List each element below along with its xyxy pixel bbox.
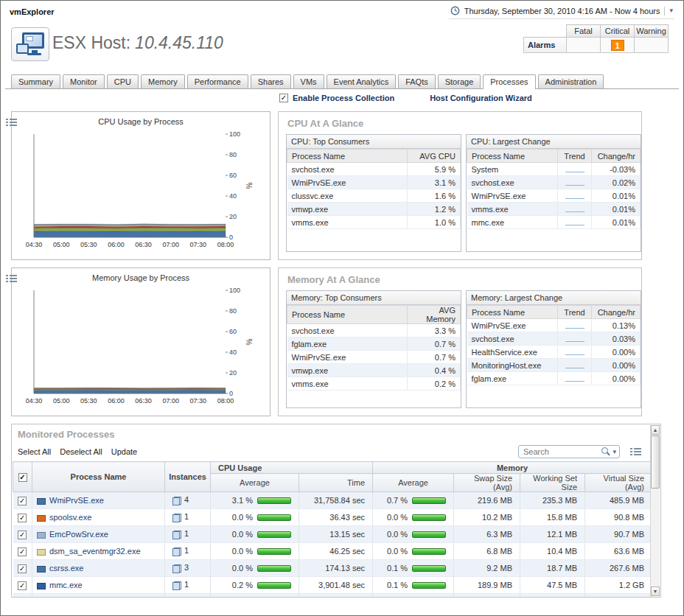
table-row[interactable]: ✓wininit.exe10.0 %0.79 sec0.0 %3.0 MB7.3… — [13, 594, 652, 598]
time-range-control[interactable]: Thursday, September 30, 2010 4:16 AM - N… — [449, 4, 674, 19]
column-header-swap-size[interactable]: Swap Size (Avg) — [454, 474, 520, 492]
alarms-warning-count[interactable] — [635, 38, 669, 53]
tab-summary[interactable]: Summary — [11, 74, 60, 88]
chevron-down-icon[interactable]: ▾ — [669, 7, 673, 14]
virtual-size: 60.1 MB — [585, 594, 652, 598]
column-header[interactable]: Trend — [558, 150, 592, 163]
row-checkbox[interactable]: ✓ — [18, 547, 27, 556]
tab-monitor[interactable]: Monitor — [63, 74, 105, 88]
y-tick-label: 20 — [229, 369, 237, 377]
avg-value: 0.4 % — [408, 364, 461, 377]
tab-event-analytics[interactable]: Event Analytics — [327, 74, 397, 88]
host-configuration-wizard-link[interactable]: Host Configuration Wizard — [430, 94, 532, 102]
process-name: fglam.exe — [467, 372, 558, 385]
update-link[interactable]: Update — [111, 447, 137, 456]
alarms-col-critical: Critical — [601, 25, 635, 38]
y-tick-label: 60 — [229, 328, 237, 335]
column-header-virtual-size[interactable]: Virtual Size (Avg) — [585, 474, 652, 492]
tab-administration[interactable]: Administration — [538, 74, 604, 88]
search-icon[interactable] — [601, 447, 610, 456]
column-header[interactable]: Process Name — [287, 306, 408, 324]
instances-icon — [172, 547, 181, 556]
tab-processes[interactable]: Processes — [483, 74, 535, 89]
table-toolbar: Select All Deselect All Update ▾ — [18, 444, 641, 460]
tab-storage[interactable]: Storage — [438, 74, 481, 88]
alarms-fatal-count[interactable] — [567, 38, 601, 53]
chart-options-icon[interactable] — [6, 118, 17, 127]
table-row[interactable]: ✓spoolsv.exe10.0 %36.43 sec0.0 %10.2 MB1… — [13, 509, 652, 526]
y-tick-label: 80 — [229, 151, 237, 158]
tab-cpu[interactable]: CPU — [107, 74, 139, 88]
select-all-link[interactable]: Select All — [18, 447, 51, 456]
change-per-hour: 0.01% — [592, 216, 641, 229]
process-name: WmiPrvSE.exe — [287, 176, 408, 189]
chart-options-icon[interactable] — [6, 274, 17, 283]
column-header[interactable]: Change/hr — [592, 150, 641, 163]
critical-count-badge[interactable]: 1 — [611, 40, 624, 51]
x-tick-label: 05:30 — [80, 397, 97, 405]
tab-vms[interactable]: VMs — [293, 74, 324, 88]
avg-value: 1.6 % — [408, 189, 461, 203]
change-per-hour: 0.01% — [592, 189, 641, 203]
usage-percent: 0.0 % — [232, 530, 253, 539]
row-checkbox[interactable]: ✓ — [18, 531, 27, 539]
select-all-checkbox[interactable]: ✓ — [18, 473, 27, 482]
avg-value: 1.2 % — [408, 203, 461, 216]
tab-memory[interactable]: Memory — [141, 74, 185, 88]
enable-process-collection-checkbox[interactable]: ✓ — [279, 94, 288, 102]
usage-percent: 0.2 % — [232, 581, 253, 589]
row-checkbox[interactable]: ✓ — [18, 581, 27, 590]
column-header[interactable]: Process Name — [287, 150, 408, 163]
column-header-working-set[interactable]: Working Set Size — [520, 474, 585, 492]
instances-icon — [172, 497, 181, 505]
tab-performance[interactable]: Performance — [187, 74, 248, 88]
process-name: csrss.exe — [49, 564, 83, 573]
process-name: WmiPrvSE.exe — [467, 189, 558, 203]
clock-icon — [450, 6, 460, 15]
search-input[interactable] — [523, 447, 599, 456]
column-header-cpu-time[interactable]: Time — [299, 474, 373, 492]
column-header-mem-average[interactable]: Average — [373, 474, 454, 492]
memory-largest-change-panel: Memory: Largest ChangeProcess NameTrendC… — [466, 290, 641, 408]
row-checkbox[interactable]: ✓ — [18, 514, 27, 522]
usage-percent: 0.0 % — [387, 530, 408, 539]
deselect-all-link[interactable]: Deselect All — [60, 447, 102, 456]
scroll-up-button[interactable]: ▲ — [651, 425, 660, 435]
chart-axes — [34, 134, 226, 237]
divider — [664, 7, 665, 15]
table-row[interactable]: ✓dsm_sa_eventmgr32.exe10.0 %46.25 sec0.0… — [13, 543, 652, 560]
column-header-cpu-average[interactable]: Average — [211, 474, 299, 492]
swap-size: 6.8 MB — [454, 543, 520, 560]
tab-shares[interactable]: Shares — [251, 74, 291, 88]
column-header-process-name[interactable]: Process Name — [32, 462, 165, 492]
cpu-top-consumers-panel: CPU: Top ConsumersProcess NameAVG CPUsvc… — [286, 134, 461, 252]
process-name: vmwp.exe — [287, 203, 408, 216]
cpu-at-a-glance-panel: CPU At A Glance CPU: Top ConsumersProces… — [278, 111, 642, 260]
scroll-down-button[interactable]: ▼ — [651, 587, 660, 596]
row-checkbox[interactable]: ✓ — [18, 564, 27, 573]
area-series-vmms.exe — [34, 224, 226, 225]
table-customizer-icon[interactable] — [630, 447, 641, 456]
glance-row: HealthService.exe0.00% — [467, 346, 641, 359]
alarms-summary: Fatal Critical Warning Alarms 1 — [523, 24, 669, 53]
row-checkbox[interactable]: ✓ — [18, 497, 27, 505]
table-row[interactable]: ✓mmc.exe10.2 %3,901.48 sec0.1 %189.9 MB4… — [13, 577, 652, 594]
search-chevron-down-icon[interactable]: ▾ — [613, 449, 616, 455]
column-header[interactable]: Trend — [558, 306, 592, 319]
tab-faqts[interactable]: FAQts — [398, 74, 436, 88]
x-tick-label: 06:00 — [108, 241, 125, 248]
column-header[interactable]: AVG Memory — [408, 306, 461, 324]
column-header[interactable]: Process Name — [467, 306, 558, 319]
working-set-size: 15.8 MB — [520, 509, 585, 526]
table-row[interactable]: ✓csrss.exe30.0 %174.13 sec0.1 %9.2 MB18.… — [13, 560, 652, 577]
scrollbar-thumb[interactable] — [651, 435, 660, 489]
process-name: vmms.exe — [287, 377, 408, 391]
table-row[interactable]: ✓WmiPrvSE.exe43.1 %31,758.84 sec0.7 %219… — [13, 492, 652, 509]
instance-count: 1 — [184, 597, 189, 598]
process-name: WmiPrvSE.exe — [467, 319, 558, 332]
column-header-instances[interactable]: Instances — [165, 462, 211, 492]
column-header[interactable]: AVG CPU — [408, 150, 461, 163]
table-row[interactable]: ✓EmcPowSrv.exe10.0 %13.15 sec0.0 %6.3 MB… — [13, 526, 652, 543]
column-header[interactable]: Change/hr — [592, 306, 641, 319]
column-header[interactable]: Process Name — [467, 150, 558, 163]
